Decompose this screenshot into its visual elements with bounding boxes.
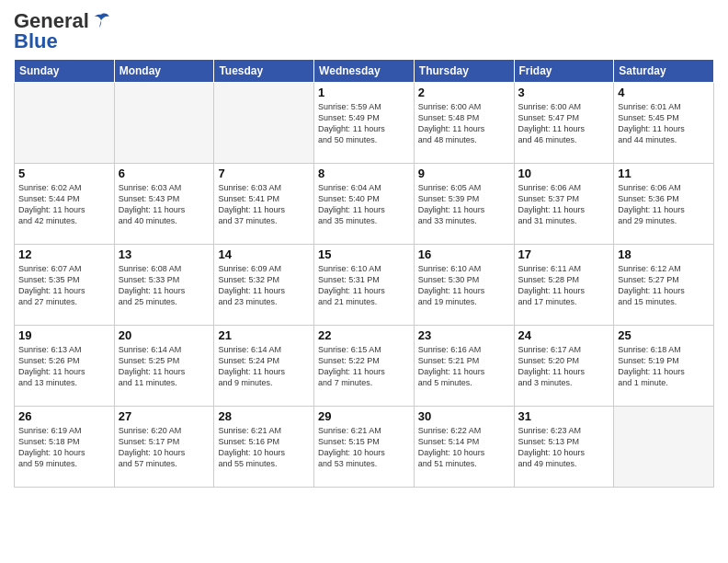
weekday-header-monday: Monday (114, 60, 214, 83)
calendar-cell: 27Sunrise: 6:20 AM Sunset: 5:17 PM Dayli… (114, 407, 214, 488)
calendar-cell: 9Sunrise: 6:05 AM Sunset: 5:39 PM Daylig… (414, 164, 514, 245)
calendar-cell: 19Sunrise: 6:13 AM Sunset: 5:26 PM Dayli… (15, 326, 115, 407)
day-info: Sunrise: 6:07 AM Sunset: 5:35 PM Dayligh… (18, 263, 110, 308)
weekday-header-tuesday: Tuesday (214, 60, 314, 83)
calendar-cell: 25Sunrise: 6:18 AM Sunset: 5:19 PM Dayli… (614, 326, 714, 407)
day-info: Sunrise: 6:14 AM Sunset: 5:24 PM Dayligh… (218, 344, 310, 389)
day-number: 13 (119, 247, 210, 261)
day-info: Sunrise: 6:00 AM Sunset: 5:47 PM Dayligh… (518, 101, 610, 146)
calendar-cell: 6Sunrise: 6:03 AM Sunset: 5:43 PM Daylig… (114, 164, 214, 245)
calendar-cell: 24Sunrise: 6:17 AM Sunset: 5:20 PM Dayli… (514, 326, 614, 407)
day-info: Sunrise: 6:16 AM Sunset: 5:21 PM Dayligh… (418, 344, 510, 389)
calendar: SundayMondayTuesdayWednesdayThursdayFrid… (14, 59, 714, 488)
day-info: Sunrise: 6:18 AM Sunset: 5:19 PM Dayligh… (618, 344, 710, 389)
calendar-cell: 14Sunrise: 6:09 AM Sunset: 5:32 PM Dayli… (214, 245, 314, 326)
weekday-header-sunday: Sunday (15, 60, 115, 83)
calendar-cell: 5Sunrise: 6:02 AM Sunset: 5:44 PM Daylig… (15, 164, 115, 245)
day-number: 8 (318, 167, 410, 180)
calendar-cell: 16Sunrise: 6:10 AM Sunset: 5:30 PM Dayli… (414, 245, 514, 326)
calendar-cell (114, 83, 214, 164)
day-number: 29 (318, 409, 410, 423)
day-number: 2 (418, 86, 510, 99)
logo-blue: Blue (14, 29, 58, 53)
calendar-cell: 7Sunrise: 6:03 AM Sunset: 5:41 PM Daylig… (214, 164, 314, 245)
day-number: 28 (218, 409, 310, 423)
calendar-cell: 29Sunrise: 6:21 AM Sunset: 5:15 PM Dayli… (314, 407, 415, 488)
calendar-cell: 20Sunrise: 6:14 AM Sunset: 5:25 PM Dayli… (114, 326, 214, 407)
day-number: 14 (218, 247, 310, 261)
day-number: 24 (518, 328, 610, 342)
calendar-cell: 1Sunrise: 5:59 AM Sunset: 5:49 PM Daylig… (314, 83, 415, 164)
calendar-cell: 12Sunrise: 6:07 AM Sunset: 5:35 PM Dayli… (15, 245, 115, 326)
day-info: Sunrise: 6:15 AM Sunset: 5:22 PM Dayligh… (318, 344, 410, 389)
logo-bird-icon (91, 11, 111, 31)
calendar-cell: 26Sunrise: 6:19 AM Sunset: 5:18 PM Dayli… (15, 407, 115, 488)
day-number: 12 (18, 247, 110, 261)
day-info: Sunrise: 6:20 AM Sunset: 5:17 PM Dayligh… (119, 425, 210, 470)
day-info: Sunrise: 6:21 AM Sunset: 5:15 PM Dayligh… (318, 425, 410, 470)
day-number: 23 (418, 328, 510, 342)
calendar-cell: 15Sunrise: 6:10 AM Sunset: 5:31 PM Dayli… (314, 245, 415, 326)
day-number: 15 (318, 247, 410, 261)
calendar-cell: 22Sunrise: 6:15 AM Sunset: 5:22 PM Dayli… (314, 326, 415, 407)
day-number: 7 (218, 167, 310, 180)
calendar-cell: 17Sunrise: 6:11 AM Sunset: 5:28 PM Dayli… (514, 245, 614, 326)
day-number: 10 (518, 167, 610, 180)
day-number: 27 (119, 409, 210, 423)
calendar-cell: 8Sunrise: 6:04 AM Sunset: 5:40 PM Daylig… (314, 164, 415, 245)
day-info: Sunrise: 6:01 AM Sunset: 5:45 PM Dayligh… (618, 101, 710, 146)
day-number: 26 (18, 409, 110, 423)
week-row-0: 1Sunrise: 5:59 AM Sunset: 5:49 PM Daylig… (15, 83, 714, 164)
calendar-cell: 3Sunrise: 6:00 AM Sunset: 5:47 PM Daylig… (514, 83, 614, 164)
day-number: 21 (218, 328, 310, 342)
day-number: 20 (119, 328, 210, 342)
day-info: Sunrise: 6:06 AM Sunset: 5:36 PM Dayligh… (618, 182, 710, 227)
calendar-cell: 13Sunrise: 6:08 AM Sunset: 5:33 PM Dayli… (114, 245, 214, 326)
calendar-cell: 2Sunrise: 6:00 AM Sunset: 5:48 PM Daylig… (414, 83, 514, 164)
calendar-cell: 10Sunrise: 6:06 AM Sunset: 5:37 PM Dayli… (514, 164, 614, 245)
day-info: Sunrise: 6:14 AM Sunset: 5:25 PM Dayligh… (119, 344, 210, 389)
calendar-cell: 21Sunrise: 6:14 AM Sunset: 5:24 PM Dayli… (214, 326, 314, 407)
day-info: Sunrise: 6:00 AM Sunset: 5:48 PM Dayligh… (418, 101, 510, 146)
day-number: 18 (618, 247, 710, 261)
calendar-cell (614, 407, 714, 488)
day-info: Sunrise: 6:08 AM Sunset: 5:33 PM Dayligh… (119, 263, 210, 308)
day-number: 30 (418, 409, 510, 423)
calendar-cell: 18Sunrise: 6:12 AM Sunset: 5:27 PM Dayli… (614, 245, 714, 326)
day-number: 6 (119, 167, 210, 180)
day-number: 19 (18, 328, 110, 342)
weekday-header-thursday: Thursday (414, 60, 514, 83)
day-info: Sunrise: 6:04 AM Sunset: 5:40 PM Dayligh… (318, 182, 410, 227)
calendar-cell: 28Sunrise: 6:21 AM Sunset: 5:16 PM Dayli… (214, 407, 314, 488)
weekday-header-friday: Friday (514, 60, 614, 83)
day-number: 16 (418, 247, 510, 261)
day-info: Sunrise: 6:22 AM Sunset: 5:14 PM Dayligh… (418, 425, 510, 470)
day-info: Sunrise: 6:03 AM Sunset: 5:41 PM Dayligh… (218, 182, 310, 227)
week-row-1: 5Sunrise: 6:02 AM Sunset: 5:44 PM Daylig… (15, 164, 714, 245)
day-number: 5 (18, 167, 110, 180)
day-number: 22 (318, 328, 410, 342)
week-row-2: 12Sunrise: 6:07 AM Sunset: 5:35 PM Dayli… (15, 245, 714, 326)
calendar-cell: 4Sunrise: 6:01 AM Sunset: 5:45 PM Daylig… (614, 83, 714, 164)
day-number: 31 (518, 409, 610, 423)
day-info: Sunrise: 6:03 AM Sunset: 5:43 PM Dayligh… (119, 182, 210, 227)
weekday-header-row: SundayMondayTuesdayWednesdayThursdayFrid… (15, 60, 714, 83)
day-info: Sunrise: 6:21 AM Sunset: 5:16 PM Dayligh… (218, 425, 310, 470)
day-info: Sunrise: 6:12 AM Sunset: 5:27 PM Dayligh… (618, 263, 710, 308)
calendar-cell (214, 83, 314, 164)
header: General Blue (14, 9, 714, 53)
calendar-cell: 31Sunrise: 6:23 AM Sunset: 5:13 PM Dayli… (514, 407, 614, 488)
day-info: Sunrise: 6:09 AM Sunset: 5:32 PM Dayligh… (218, 263, 310, 308)
day-info: Sunrise: 6:05 AM Sunset: 5:39 PM Dayligh… (418, 182, 510, 227)
weekday-header-saturday: Saturday (614, 60, 714, 83)
week-row-4: 26Sunrise: 6:19 AM Sunset: 5:18 PM Dayli… (15, 407, 714, 488)
day-number: 11 (618, 167, 710, 180)
day-info: Sunrise: 6:23 AM Sunset: 5:13 PM Dayligh… (518, 425, 610, 470)
logo: General Blue (14, 9, 111, 53)
day-info: Sunrise: 6:19 AM Sunset: 5:18 PM Dayligh… (18, 425, 110, 470)
calendar-cell: 30Sunrise: 6:22 AM Sunset: 5:14 PM Dayli… (414, 407, 514, 488)
weekday-header-wednesday: Wednesday (314, 60, 415, 83)
day-info: Sunrise: 6:13 AM Sunset: 5:26 PM Dayligh… (18, 344, 110, 389)
day-number: 3 (518, 86, 610, 99)
day-info: Sunrise: 5:59 AM Sunset: 5:49 PM Dayligh… (318, 101, 410, 146)
